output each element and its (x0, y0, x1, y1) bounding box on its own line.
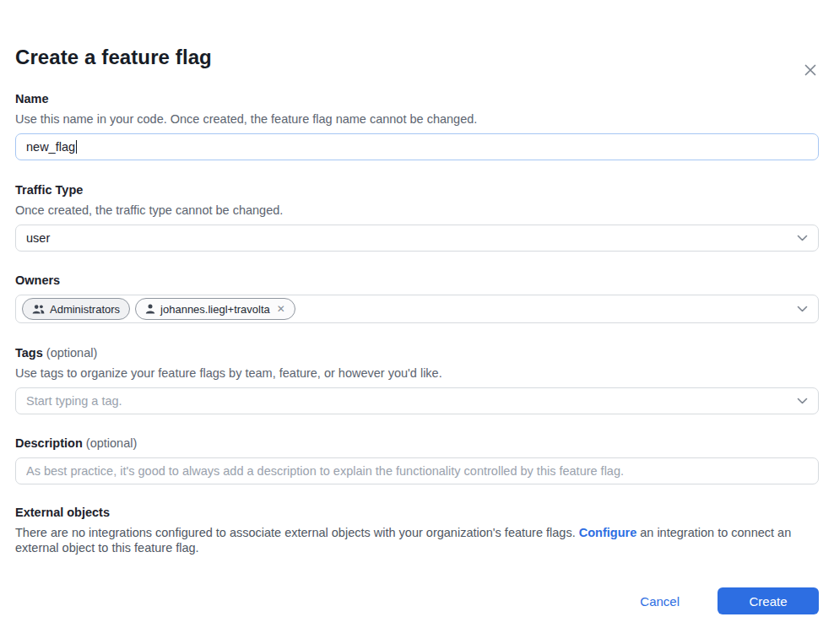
close-button[interactable] (800, 60, 820, 80)
cancel-button[interactable]: Cancel (640, 594, 680, 609)
traffic-type-select[interactable]: user (15, 225, 819, 252)
description-label: Description (optional) (15, 435, 819, 452)
name-help-text: Use this name in your code. Once created… (15, 111, 819, 127)
close-icon (802, 62, 819, 78)
group-icon (32, 305, 45, 314)
create-feature-flag-dialog: Create a feature flag Name Use this name… (0, 46, 834, 644)
description-input[interactable] (15, 457, 819, 484)
description-field-group: Description (optional) (15, 435, 819, 484)
owners-label: Owners (15, 272, 819, 289)
description-optional-text: (optional) (86, 436, 137, 450)
tags-optional-text: (optional) (46, 346, 97, 360)
name-field-group: Name Use this name in your code. Once cr… (15, 90, 819, 160)
create-button[interactable]: Create (718, 587, 819, 614)
page-title: Create a feature flag (15, 46, 819, 69)
person-icon (145, 304, 155, 314)
name-input-value: new_flag (26, 140, 75, 154)
owner-chip-user[interactable]: johannes.liegl+travolta ✕ (135, 298, 295, 320)
external-objects-text-before: There are no integrations configured to … (15, 526, 579, 539)
external-objects-label: External objects (15, 504, 819, 521)
external-objects-text: There are no integrations configured to … (15, 525, 819, 555)
owner-chip-label: johannes.liegl+travolta (160, 303, 270, 316)
owners-multiselect[interactable]: Administrators johannes.liegl+travolta ✕ (15, 295, 819, 323)
traffic-type-help-text: Once created, the traffic type cannot be… (15, 202, 819, 219)
tags-label: Tags (optional) (15, 344, 819, 361)
tags-field-group: Tags (optional) Use tags to organize you… (15, 344, 819, 414)
text-caret (76, 140, 77, 154)
name-input[interactable]: new_flag (15, 133, 819, 160)
tags-input[interactable] (15, 387, 819, 414)
traffic-type-selected-value: user (26, 231, 50, 245)
remove-owner-icon[interactable]: ✕ (277, 304, 285, 314)
owner-chip-administrators[interactable]: Administrators (22, 298, 130, 320)
dialog-footer: Cancel Create (15, 587, 819, 614)
external-objects-section: External objects There are no integratio… (15, 504, 819, 555)
description-label-text: Description (15, 436, 83, 450)
tags-label-text: Tags (15, 346, 43, 360)
configure-link[interactable]: Configure (579, 526, 636, 539)
owner-chip-label: Administrators (50, 303, 120, 316)
name-label: Name (15, 90, 819, 107)
traffic-type-field-group: Traffic Type Once created, the traffic t… (15, 181, 819, 252)
traffic-type-label: Traffic Type (15, 181, 819, 198)
tags-help-text: Use tags to organize your feature flags … (15, 365, 819, 382)
owners-field-group: Owners Administrators (15, 272, 819, 323)
